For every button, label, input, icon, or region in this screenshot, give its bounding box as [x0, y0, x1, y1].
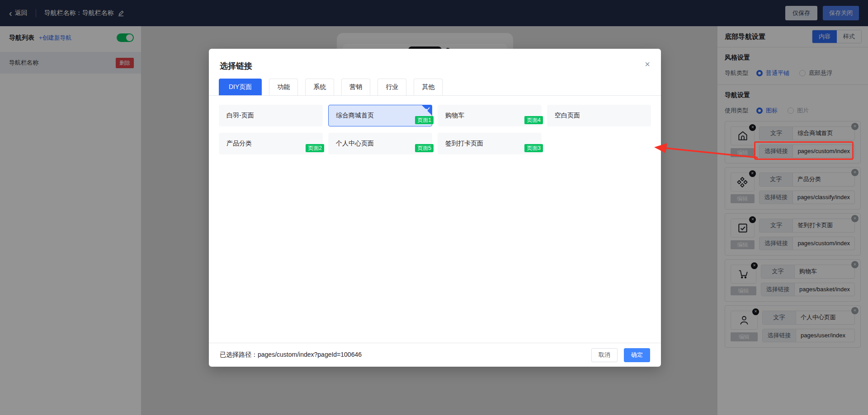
page-badge: 页面5 [415, 144, 434, 152]
page-badge: 页面2 [306, 144, 324, 152]
page-card-label: 购物车 [445, 112, 464, 120]
link-tab-DIY页面[interactable]: DIY页面 [219, 79, 262, 95]
page-card-label: 产品分类 [226, 140, 252, 148]
page-card-label: 空白页面 [555, 112, 580, 120]
page-card-label: 个人中心页面 [336, 140, 374, 148]
link-tab-其他[interactable]: 其他 [414, 79, 443, 95]
page-card[interactable]: 个人中心页面 页面5 [328, 133, 432, 154]
page-card[interactable]: 产品分类 页面2 [219, 133, 323, 154]
page-card-label: 综合商城首页 [336, 112, 374, 120]
link-tab-营销[interactable]: 营销 [341, 79, 370, 95]
confirm-button[interactable]: 确定 [624, 348, 650, 362]
page-badge: 页面4 [524, 116, 543, 124]
page-card-label: 白羽-页面 [226, 112, 254, 120]
page-card-grid: 白羽-页面 综合商城首页 页面1 购物车 页面4 空白页面 产品分类 页面2 个… [209, 96, 661, 163]
page-card[interactable]: 购物车 页面4 [438, 105, 542, 126]
page-card[interactable]: 白羽-页面 [219, 105, 323, 126]
cancel-button[interactable]: 取消 [591, 348, 618, 362]
link-tab-系统[interactable]: 系统 [305, 79, 334, 95]
selected-path-label: 已选择路径： [220, 351, 258, 358]
close-icon[interactable]: × [645, 60, 650, 69]
modal-footer: 已选择路径：pages/custom/index?pageId=100646 取… [209, 343, 661, 367]
select-link-modal: 选择链接 × DIY页面功能系统营销行业其他 白羽-页面 综合商城首页 页面1 … [209, 49, 661, 367]
page-card[interactable]: 签到打卡页面 页面3 [438, 133, 542, 154]
check-icon [425, 106, 430, 112]
page-card-label: 签到打卡页面 [445, 140, 483, 148]
modal-title: 选择链接 [209, 49, 661, 71]
link-tab-行业[interactable]: 行业 [377, 79, 406, 95]
selected-path-value: pages/custom/index?pageId=100646 [258, 351, 362, 358]
link-tab-功能[interactable]: 功能 [269, 79, 298, 95]
page-badge: 页面3 [524, 144, 543, 152]
page-card[interactable]: 综合商城首页 页面1 [328, 105, 432, 126]
page-badge: 页面1 [415, 116, 434, 124]
link-category-tabs: DIY页面功能系统营销行业其他 [209, 79, 661, 96]
page-card[interactable]: 空白页面 [547, 105, 651, 126]
